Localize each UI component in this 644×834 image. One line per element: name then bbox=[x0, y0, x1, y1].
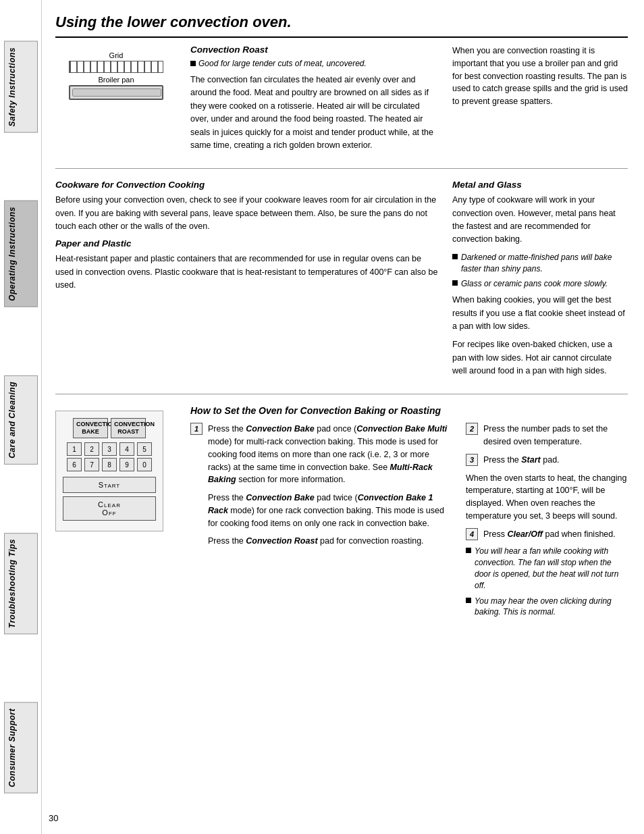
cookware-section: Cookware for Convection Cooking Before u… bbox=[55, 180, 439, 383]
step-1-extra2: Press the Convection Roast pad for conve… bbox=[208, 535, 452, 548]
bullet-icon-2 bbox=[452, 254, 458, 259]
step-4-text: Press Clear/Off pad when finished. bbox=[483, 528, 616, 541]
key-5[interactable]: 5 bbox=[137, 442, 152, 456]
cookware-heading: Cookware for Convection Cooking bbox=[55, 180, 439, 190]
key-3[interactable]: 3 bbox=[102, 442, 117, 456]
metal-glass-section: Metal and Glass Any type of cookware wil… bbox=[452, 180, 628, 383]
step-4-number: 4 bbox=[466, 528, 478, 540]
key-7[interactable]: 7 bbox=[84, 458, 99, 471]
convection-roast-section: Convection Roast Good for large tender c… bbox=[190, 45, 439, 157]
bullet-icon-4 bbox=[466, 548, 471, 553]
start-button[interactable]: Start bbox=[63, 477, 156, 493]
paper-plastic-body: Heat-resistant paper and plastic contain… bbox=[55, 253, 439, 292]
page-title: Using the lower convection oven. bbox=[55, 14, 628, 38]
page-wrapper: Safety Instructions Operating Instructio… bbox=[0, 0, 644, 834]
step-1-number: 1 bbox=[190, 423, 203, 435]
grid-label: Grid bbox=[109, 51, 124, 59]
page-number: 30 bbox=[49, 813, 58, 823]
bottom-section: CONVECTIONBAKE CONVECTIONROAST 1 2 3 4 5… bbox=[55, 405, 628, 622]
note-1: You will hear a fan while cooking with c… bbox=[466, 546, 628, 591]
convection-roast-heading: Convection Roast bbox=[190, 45, 439, 55]
metal-glass-body2: When baking cookies, you will get the be… bbox=[452, 294, 628, 333]
key-4[interactable]: 4 bbox=[119, 442, 134, 456]
keypad-number-rows: 1 2 3 4 5 6 7 8 9 0 bbox=[63, 442, 156, 471]
number-row-1: 1 2 3 4 5 bbox=[63, 442, 156, 456]
broiler-label: Broiler pan bbox=[98, 76, 134, 84]
convection-roast-body: The convection fan circulates the heated… bbox=[190, 74, 439, 152]
keypad-diagram: CONVECTIONBAKE CONVECTIONROAST 1 2 3 4 5… bbox=[55, 411, 163, 531]
step-1: 1 Press the Convection Bake pad once (Co… bbox=[190, 423, 452, 486]
step-2-number: 2 bbox=[466, 423, 478, 435]
paper-plastic-heading: Paper and Plastic bbox=[55, 238, 439, 249]
clear-off-button[interactable]: ClearOff bbox=[63, 496, 156, 521]
metal-glass-heading: Metal and Glass bbox=[452, 180, 628, 190]
number-row-2: 6 7 8 9 0 bbox=[63, 458, 156, 471]
keypad-area: CONVECTIONBAKE CONVECTIONROAST 1 2 3 4 5… bbox=[55, 405, 177, 622]
bullet-icon-5 bbox=[466, 598, 471, 603]
step-4: 4 Press Clear/Off pad when finished. bbox=[466, 528, 628, 541]
oven-diagram: Grid Broiler pan bbox=[62, 51, 170, 100]
convection-roast-right: When you are convection roasting it is i… bbox=[452, 45, 628, 157]
step-3: 3 Press the Start pad. bbox=[466, 454, 628, 467]
oven-image-area: Grid Broiler pan bbox=[55, 45, 177, 157]
steps-left: 1 Press the Convection Bake pad once (Co… bbox=[190, 423, 452, 622]
key-0[interactable]: 0 bbox=[137, 458, 152, 471]
step-1-extra1: Press the Convection Bake pad twice (Con… bbox=[208, 492, 452, 529]
step-2-text: Press the number pads to set the desired… bbox=[483, 423, 628, 448]
broiler-pan bbox=[69, 85, 163, 100]
key-6[interactable]: 6 bbox=[67, 458, 82, 471]
metal-glass-body: Any type of cookware will work in your c… bbox=[452, 194, 628, 246]
bullet-icon-3 bbox=[452, 280, 458, 286]
sidebar-tab-troubleshooting[interactable]: Troubleshooting Tips bbox=[4, 533, 38, 634]
step-3-number: 3 bbox=[466, 454, 478, 466]
key-2[interactable]: 2 bbox=[84, 442, 99, 456]
grid-rack bbox=[69, 61, 163, 73]
middle-section: Cookware for Convection Cooking Before u… bbox=[55, 180, 628, 394]
step-2: 2 Press the number pads to set the desir… bbox=[466, 423, 628, 448]
sidebar-tab-safety[interactable]: Safety Instructions bbox=[4, 41, 38, 133]
steps-right: 2 Press the number pads to set the desir… bbox=[466, 423, 628, 622]
note-2: You may hear the oven clicking during ba… bbox=[466, 596, 628, 619]
key-1[interactable]: 1 bbox=[67, 442, 82, 456]
steps-layout: 1 Press the Convection Bake pad once (Co… bbox=[190, 423, 628, 622]
step-1-text: Press the Convection Bake pad once (Conv… bbox=[208, 423, 452, 486]
metal-glass-body3: For recipes like oven-baked chicken, use… bbox=[452, 338, 628, 377]
conv-roast-key[interactable]: CONVECTIONROAST bbox=[111, 418, 146, 438]
sidebar: Safety Instructions Operating Instructio… bbox=[0, 0, 42, 834]
after-step3: When the oven starts to heat, the changi… bbox=[466, 472, 628, 523]
key-8[interactable]: 8 bbox=[102, 458, 117, 471]
main-content: Using the lower convection oven. Grid Br… bbox=[42, 0, 644, 834]
metal-glass-bullet1: Darkened or matte-finished pans will bak… bbox=[452, 252, 628, 275]
how-to-heading: How to Set the Oven for Convection Bakin… bbox=[190, 405, 628, 416]
sidebar-tab-operating[interactable]: Operating Instructions bbox=[4, 201, 38, 307]
convection-roast-note: Good for large tender cuts of meat, unco… bbox=[190, 59, 439, 68]
sidebar-tab-care[interactable]: Care and Cleaning bbox=[4, 375, 38, 465]
bullet-icon bbox=[190, 61, 196, 66]
keypad-top-row: CONVECTIONBAKE CONVECTIONROAST bbox=[63, 418, 156, 438]
step-3-text: Press the Start pad. bbox=[483, 454, 560, 467]
conv-bake-key[interactable]: CONVECTIONBAKE bbox=[73, 418, 108, 438]
how-to-section: How to Set the Oven for Convection Bakin… bbox=[190, 405, 628, 622]
metal-glass-bullet2: Glass or ceramic pans cook more slowly. bbox=[452, 278, 628, 290]
cookware-body: Before using your convection oven, check… bbox=[55, 194, 439, 233]
sidebar-tab-consumer[interactable]: Consumer Support bbox=[4, 702, 38, 793]
top-section: Grid Broiler pan Convection Roast Good f… bbox=[55, 45, 628, 169]
key-9[interactable]: 9 bbox=[119, 458, 134, 471]
